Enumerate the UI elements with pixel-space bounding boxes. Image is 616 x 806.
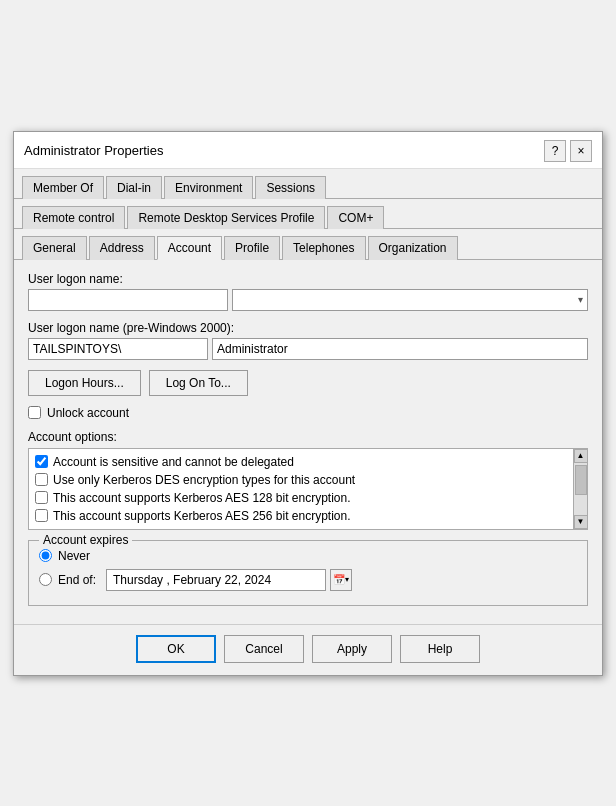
tab-sessions[interactable]: Sessions xyxy=(255,176,326,199)
cancel-button[interactable]: Cancel xyxy=(224,635,304,663)
title-bar: Administrator Properties ? × xyxy=(14,132,602,169)
dialog-title: Administrator Properties xyxy=(24,143,163,158)
logon-name-group: User logon name: ▾ xyxy=(28,272,588,311)
tabs-row-1: Member Of Dial-in Environment Sessions xyxy=(14,169,602,199)
account-options-label: Account options: xyxy=(28,430,588,444)
account-options-box: Account is sensitive and cannot be deleg… xyxy=(28,448,588,530)
pre2000-domain-input[interactable] xyxy=(28,338,208,360)
tab-com[interactable]: COM+ xyxy=(327,206,384,229)
option-checkbox-2[interactable] xyxy=(35,473,48,486)
tab-member-of[interactable]: Member Of xyxy=(22,176,104,199)
tab-environment[interactable]: Environment xyxy=(164,176,253,199)
dialog-window: Administrator Properties ? × Member Of D… xyxy=(13,131,603,676)
unlock-account-row: Unlock account xyxy=(28,406,588,420)
never-label: Never xyxy=(58,549,90,563)
tabs-row-2: Remote control Remote Desktop Services P… xyxy=(14,199,602,229)
tab-telephones[interactable]: Telephones xyxy=(282,236,365,260)
option-checkbox-1[interactable] xyxy=(35,455,48,468)
option-label-1: Account is sensitive and cannot be deleg… xyxy=(53,455,294,469)
tab-rdsp[interactable]: Remote Desktop Services Profile xyxy=(127,206,325,229)
pre2000-username-input[interactable] xyxy=(212,338,588,360)
tab-remote-control[interactable]: Remote control xyxy=(22,206,125,229)
help-footer-button[interactable]: Help xyxy=(400,635,480,663)
tab-account[interactable]: Account xyxy=(157,236,222,260)
logon-buttons-row: Logon Hours... Log On To... xyxy=(28,370,588,396)
expires-legend: Account expires xyxy=(39,533,132,547)
tab-address[interactable]: Address xyxy=(89,236,155,260)
unlock-account-label: Unlock account xyxy=(47,406,129,420)
option-checkbox-4[interactable] xyxy=(35,509,48,522)
apply-button[interactable]: Apply xyxy=(312,635,392,663)
calendar-icon: 📅 xyxy=(333,574,345,585)
tab-profile[interactable]: Profile xyxy=(224,236,280,260)
end-of-radio[interactable] xyxy=(39,573,52,586)
ok-button[interactable]: OK xyxy=(136,635,216,663)
end-of-radio-row: End of: Thursday , February 22, 2024 📅 ▾ xyxy=(39,569,577,591)
unlock-account-checkbox[interactable] xyxy=(28,406,41,419)
options-inner: Account is sensitive and cannot be deleg… xyxy=(35,453,581,525)
logon-hours-button[interactable]: Logon Hours... xyxy=(28,370,141,396)
pre2000-label: User logon name (pre-Windows 2000): xyxy=(28,321,588,335)
title-bar-buttons: ? × xyxy=(544,140,592,162)
account-expires-group: Account expires Never End of: Thursday ,… xyxy=(28,540,588,606)
tabs-row-3: General Address Account Profile Telephon… xyxy=(14,229,602,260)
date-field[interactable]: Thursday , February 22, 2024 xyxy=(106,569,326,591)
scroll-down-arrow[interactable]: ▼ xyxy=(574,515,588,529)
date-picker: Thursday , February 22, 2024 📅 ▾ xyxy=(106,569,352,591)
chevron-icon: ▾ xyxy=(345,575,349,584)
tab-content: User logon name: ▾ User logon name (pre-… xyxy=(14,260,602,624)
option-label-4: This account supports Kerberos AES 256 b… xyxy=(53,509,351,523)
logon-name-label: User logon name: xyxy=(28,272,588,286)
tab-organization[interactable]: Organization xyxy=(368,236,458,260)
never-radio-row: Never xyxy=(39,549,577,563)
log-on-to-button[interactable]: Log On To... xyxy=(149,370,248,396)
pre2000-input-row xyxy=(28,338,588,360)
pre2000-group: User logon name (pre-Windows 2000): xyxy=(28,321,588,360)
date-value: Thursday , February 22, 2024 xyxy=(113,573,271,587)
scroll-up-arrow[interactable]: ▲ xyxy=(574,449,588,463)
account-options-group: Account options: Account is sensitive an… xyxy=(28,430,588,530)
scroll-thumb[interactable] xyxy=(575,465,587,495)
date-dropdown-button[interactable]: 📅 ▾ xyxy=(330,569,352,591)
never-radio[interactable] xyxy=(39,549,52,562)
help-button[interactable]: ? xyxy=(544,140,566,162)
logon-name-row: ▾ xyxy=(28,289,588,311)
option-row-2: Use only Kerberos DES encryption types f… xyxy=(35,471,565,489)
options-scrollbar[interactable]: ▲ ▼ xyxy=(573,449,587,529)
footer-buttons: OK Cancel Apply Help xyxy=(14,624,602,675)
chevron-down-icon: ▾ xyxy=(578,294,583,305)
tab-general[interactable]: General xyxy=(22,236,87,260)
option-row-1: Account is sensitive and cannot be deleg… xyxy=(35,453,565,471)
logon-domain-dropdown[interactable]: ▾ xyxy=(232,289,588,311)
logon-name-input[interactable] xyxy=(28,289,228,311)
option-label-3: This account supports Kerberos AES 128 b… xyxy=(53,491,351,505)
option-label-2: Use only Kerberos DES encryption types f… xyxy=(53,473,355,487)
close-button[interactable]: × xyxy=(570,140,592,162)
option-row-3: This account supports Kerberos AES 128 b… xyxy=(35,489,565,507)
option-checkbox-3[interactable] xyxy=(35,491,48,504)
end-of-label: End of: xyxy=(58,573,96,587)
tab-dial-in[interactable]: Dial-in xyxy=(106,176,162,199)
option-row-4: This account supports Kerberos AES 256 b… xyxy=(35,507,565,525)
